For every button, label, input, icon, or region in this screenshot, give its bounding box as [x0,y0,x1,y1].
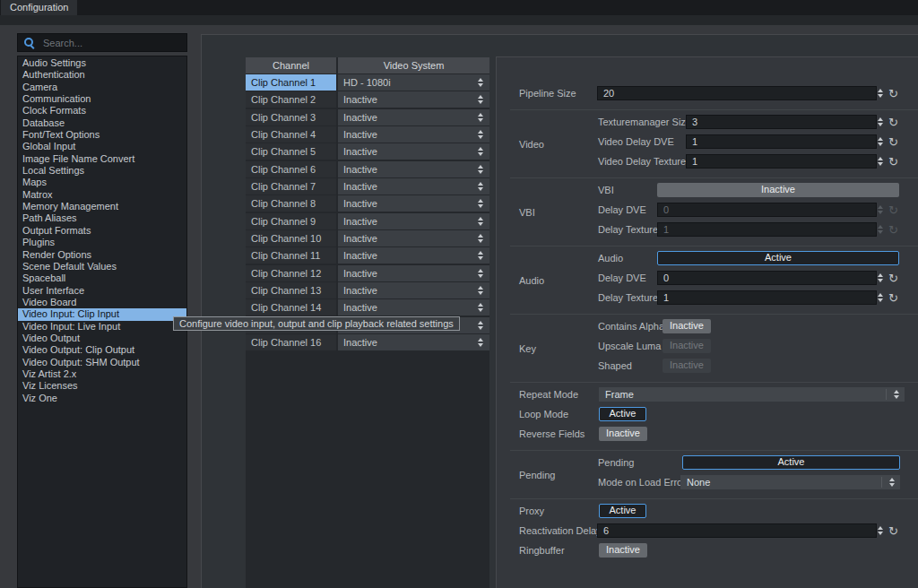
vbi-button[interactable]: Inactive [657,183,899,197]
stepper-icon[interactable] [478,251,483,260]
video-system-dropdown[interactable]: Inactive [338,265,489,281]
reset-icon[interactable]: ↻ [888,272,898,284]
stepper-icon[interactable] [878,526,883,535]
sidebar-item-font-text-options[interactable]: Font/Text Options [18,129,186,141]
stepper-icon[interactable] [894,390,899,399]
stepper-icon[interactable] [478,147,483,156]
stepper-icon[interactable] [878,137,883,146]
stepper-icon[interactable] [889,478,895,487]
tab-configuration[interactable]: Configuration [1,0,77,15]
video-delay-dve-input[interactable]: 1 [686,134,877,149]
sidebar-item-path-aliases[interactable]: Path Aliases [18,212,186,224]
sidebar-item-database[interactable]: Database [18,117,186,129]
sidebar-item-camera[interactable]: Camera [18,82,186,93]
stepper-icon[interactable] [478,95,483,104]
contains-alpha-button[interactable]: Inactive [663,319,711,333]
delay-texture-input[interactable]: 1 [657,290,877,305]
sidebar-item-video-input-live-input[interactable]: Video Input: Live Input [18,321,186,333]
video-system-dropdown[interactable]: Inactive [338,161,489,177]
sidebar-item-image-file-name-convert[interactable]: Image File Name Convert [18,153,186,165]
reset-icon[interactable]: ↻ [888,117,898,128]
stepper-icon[interactable] [878,273,883,282]
stepper-icon[interactable] [478,338,483,347]
search-input[interactable] [41,37,179,49]
channel-cell[interactable]: Clip Channel 2 [246,91,336,108]
sidebar-item-video-output-clip-output[interactable]: Video Output: Clip Output [18,344,186,356]
channel-cell[interactable]: Clip Channel 13 [246,282,336,298]
sidebar-item-matrox[interactable]: Matrox [18,189,186,201]
sidebar-item-video-board[interactable]: Video Board [18,297,186,308]
stepper-icon[interactable] [478,78,483,87]
sidebar-item-render-options[interactable]: Render Options [18,249,186,261]
video-delay-texture-input[interactable]: 1 [686,154,877,169]
channel-cell[interactable]: Clip Channel 3 [246,109,336,125]
sidebar-item-scene-default-values[interactable]: Scene Default Values [18,261,186,272]
video-system-dropdown[interactable]: Inactive [338,143,489,160]
sidebar-item-user-interface[interactable]: User Interface [18,285,186,297]
video-system-dropdown[interactable]: Inactive [338,230,489,246]
delay-dve-input[interactable]: 0 [657,271,877,285]
video-system-dropdown[interactable]: Inactive [338,126,489,143]
reset-icon[interactable]: ↻ [888,88,898,99]
video-system-dropdown[interactable]: HD - 1080i [338,74,489,91]
video-system-dropdown[interactable]: Inactive [338,334,489,350]
sidebar-item-video-output[interactable]: Video Output [18,333,186,344]
channel-cell[interactable]: Clip Channel 12 [246,265,336,281]
pending-button[interactable]: Active [682,455,900,470]
video-system-dropdown[interactable]: Inactive [338,299,489,316]
stepper-icon[interactable] [478,286,483,295]
sidebar-item-authentication[interactable]: Authentication [18,69,186,81]
sidebar-item-maps[interactable]: Maps [18,177,186,188]
repeat-mode-dropdown[interactable]: Frame [599,387,905,402]
sidebar-item-viz-artist-2-x[interactable]: Viz Artist 2.x [18,368,186,380]
stepper-icon[interactable] [878,89,883,98]
pipeline-size-input[interactable]: 20 [597,86,877,100]
video-system-dropdown[interactable]: Inactive [338,178,489,195]
sidebar-item-plugins[interactable]: Plugins [18,237,186,248]
sidebar-item-spaceball[interactable]: Spaceball [18,272,186,284]
video-system-dropdown[interactable]: Inactive [338,213,489,229]
sidebar-item-video-input-clip-input[interactable]: Video Input: Clip Input [18,308,186,320]
channel-cell[interactable]: Clip Channel 6 [246,161,336,177]
video-system-dropdown[interactable]: Inactive [338,195,489,212]
channel-cell[interactable]: Clip Channel 16 [246,334,336,350]
stepper-icon[interactable] [478,321,483,330]
sidebar-item-audio-settings[interactable]: Audio Settings [18,57,186,69]
channel-cell[interactable]: Clip Channel 14 [246,299,336,316]
sidebar-item-video-output-shm-output[interactable]: Video Output: SHM Output [18,357,186,368]
channel-cell[interactable]: Clip Channel 1 [246,74,336,91]
stepper-icon[interactable] [478,234,483,243]
stepper-icon[interactable] [878,157,883,166]
channel-cell[interactable]: Clip Channel 8 [246,195,336,212]
reset-icon[interactable]: ↻ [888,136,898,148]
reverse-fields-button[interactable]: Inactive [599,427,647,441]
reactivation-delay-input[interactable]: 6 [597,523,877,538]
stepper-icon[interactable] [478,217,483,226]
channel-cell[interactable]: Clip Channel 5 [246,143,336,160]
video-system-dropdown[interactable]: Inactive [338,247,489,264]
channel-cell[interactable]: Clip Channel 10 [246,230,336,246]
stepper-icon[interactable] [478,303,483,312]
sidebar-item-viz-one[interactable]: Viz One [18,393,186,404]
video-system-dropdown[interactable]: Inactive [338,282,489,298]
sidebar-item-viz-licenses[interactable]: Viz Licenses [18,380,186,392]
audio-button[interactable]: Active [657,251,899,265]
mode-on-load-error-dropdown[interactable]: None [680,475,900,489]
sidebar-item-local-settings[interactable]: Local Settings [18,165,186,177]
stepper-icon[interactable] [478,130,483,139]
sidebar-item-global-input[interactable]: Global Input [18,141,186,152]
video-system-dropdown[interactable]: Inactive [338,91,489,108]
channel-cell[interactable]: Clip Channel 4 [246,126,336,143]
channel-cell[interactable]: Clip Channel 11 [246,247,336,264]
stepper-icon[interactable] [478,113,483,122]
reset-icon[interactable]: ↻ [888,525,898,537]
stepper-icon[interactable] [478,269,483,278]
stepper-icon[interactable] [478,182,483,191]
stepper-icon[interactable] [878,293,883,302]
stepper-icon[interactable] [478,165,483,174]
reset-icon[interactable]: ↻ [888,156,898,168]
reset-icon[interactable]: ↻ [888,292,898,304]
channel-cell[interactable]: Clip Channel 7 [246,178,336,195]
video-system-dropdown[interactable]: Inactive [338,109,489,125]
ringbuffer-button[interactable]: Inactive [599,543,647,558]
